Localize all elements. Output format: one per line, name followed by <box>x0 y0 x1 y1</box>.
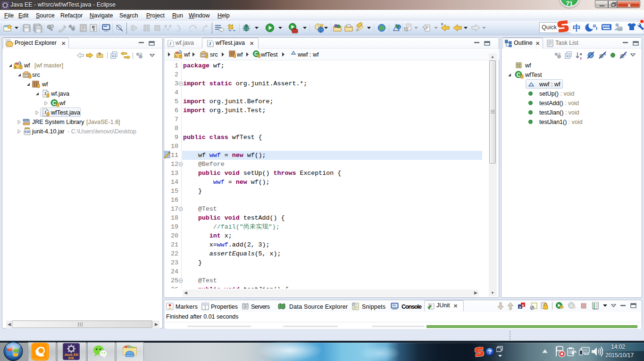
svg-text:Snippets: Snippets <box>362 304 385 310</box>
svg-text:z: z <box>580 56 582 60</box>
svg-text:!: ! <box>15 66 16 69</box>
svg-text:C: C <box>52 100 57 107</box>
svg-text:src: src <box>210 51 218 58</box>
svg-text:Console: Console <box>401 304 422 310</box>
svg-text:Markers: Markers <box>176 304 198 310</box>
svg-text:IDE: IDE <box>68 356 75 360</box>
svg-text:x: x <box>522 303 524 307</box>
svg-text:C: C <box>517 72 521 78</box>
svg-text:wwf : wf: wwf : wf <box>297 51 319 58</box>
svg-text:a: a <box>580 52 582 56</box>
svg-text:wf: wf <box>236 51 243 58</box>
svg-text:010: 010 <box>25 130 30 133</box>
svg-text:J: J <box>209 41 211 46</box>
svg-text:10: 10 <box>618 27 622 31</box>
svg-text:Servers: Servers <box>251 304 270 310</box>
svg-text:wf: wf <box>184 51 190 58</box>
svg-text:J: J <box>169 41 172 46</box>
svg-text:?: ? <box>488 349 492 355</box>
svg-text:J: J <box>44 110 46 115</box>
svg-text:Properties: Properties <box>211 304 238 310</box>
svg-text:¶: ¶ <box>92 25 95 32</box>
svg-text:J: J <box>44 91 46 96</box>
svg-text:Data Source Explorer: Data Source Explorer <box>289 304 348 310</box>
svg-text:中: 中 <box>573 24 581 33</box>
svg-text:C: C <box>254 51 258 57</box>
svg-text:wfTest: wfTest <box>260 51 278 58</box>
svg-text:x: x <box>627 1 631 8</box>
